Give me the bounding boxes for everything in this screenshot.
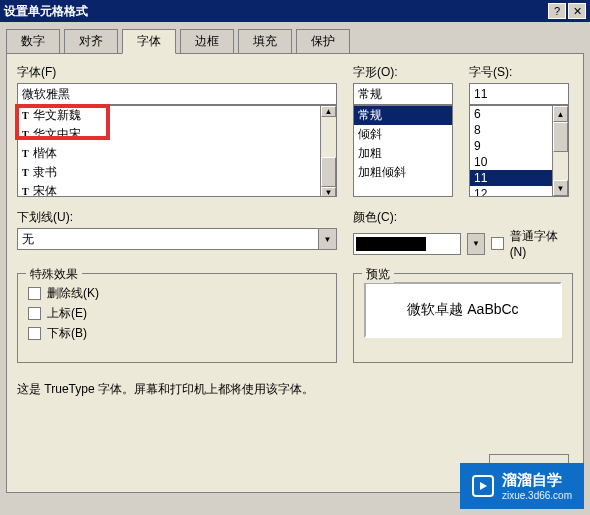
truetype-icon: T [22,129,29,140]
tab-alignment[interactable]: 对齐 [64,29,118,54]
preview-legend: 预览 [362,266,394,283]
strike-label: 删除线(K) [47,285,99,302]
scrollbar[interactable]: ▲ ▼ [320,106,336,196]
chevron-down-icon[interactable]: ▼ [319,228,337,250]
scroll-down-icon[interactable]: ▼ [553,180,568,196]
superscript-label: 上标(E) [47,305,87,322]
help-button[interactable]: ? [548,3,566,19]
color-label: 颜色(C): [353,209,573,226]
font-listbox[interactable]: T华文新魏 T华文中宋 T楷体 T隶书 T宋体 T微软雅黑 ▲ ▼ [17,105,337,197]
preview-sample: 微软卓越 AaBbCc [364,282,562,338]
tab-number[interactable]: 数字 [6,29,60,54]
size-input[interactable] [469,83,569,105]
subscript-checkbox[interactable] [28,327,41,340]
watermark-brand: 溜溜自学 [502,471,572,490]
truetype-icon: T [22,167,29,178]
subscript-label: 下标(B) [47,325,87,342]
size-listbox[interactable]: 6 8 9 10 11 12 ▲ ▼ [469,105,569,197]
preview-fieldset: 预览 微软卓越 AaBbCc [353,273,573,363]
watermark: 溜溜自学 zixue.3d66.com [460,463,584,509]
truetype-icon: T [22,186,29,197]
scroll-up-icon[interactable]: ▲ [553,106,568,122]
normal-font-checkbox[interactable] [491,237,504,250]
style-input[interactable] [353,83,453,105]
underline-combo[interactable]: ▼ [17,228,337,250]
style-label: 字形(O): [353,64,453,81]
effects-legend: 特殊效果 [26,266,82,283]
font-note: 这是 TrueType 字体。屏幕和打印机上都将使用该字体。 [17,381,573,398]
underline-input[interactable] [17,228,319,250]
font-input[interactable] [17,83,337,105]
style-listbox[interactable]: 常规 倾斜 加粗 加粗倾斜 [353,105,453,197]
scrollbar[interactable]: ▲ ▼ [552,106,568,196]
tab-border[interactable]: 边框 [180,29,234,54]
tab-protection[interactable]: 保护 [296,29,350,54]
svg-marker-0 [480,482,487,490]
scroll-thumb[interactable] [553,122,568,152]
normal-font-label: 普通字体(N) [510,228,573,259]
tab-strip: 数字 对齐 字体 边框 填充 保护 [0,22,590,53]
tab-panel-font: 字体(F) T华文新魏 T华文中宋 T楷体 T隶书 T宋体 T微软雅黑 ▲ ▼ … [6,53,584,493]
chevron-down-icon[interactable]: ▼ [467,233,485,255]
truetype-icon: T [22,148,29,159]
font-label: 字体(F) [17,64,337,81]
scroll-thumb[interactable] [321,157,336,187]
window-title: 设置单元格格式 [4,3,546,20]
close-button[interactable]: ✕ [568,3,586,19]
superscript-checkbox[interactable] [28,307,41,320]
play-icon [472,475,494,497]
watermark-url: zixue.3d66.com [502,490,572,501]
color-swatch[interactable] [353,233,461,255]
tab-fill[interactable]: 填充 [238,29,292,54]
strike-checkbox[interactable] [28,287,41,300]
effects-fieldset: 特殊效果 删除线(K) 上标(E) 下标(B) [17,273,337,363]
titlebar: 设置单元格格式 ? ✕ [0,0,590,22]
scroll-up-icon[interactable]: ▲ [321,106,336,117]
tab-font[interactable]: 字体 [122,29,176,54]
color-preview [356,237,426,251]
underline-label: 下划线(U): [17,209,337,226]
size-label: 字号(S): [469,64,569,81]
scroll-down-icon[interactable]: ▼ [321,187,336,197]
truetype-icon: T [22,110,29,121]
